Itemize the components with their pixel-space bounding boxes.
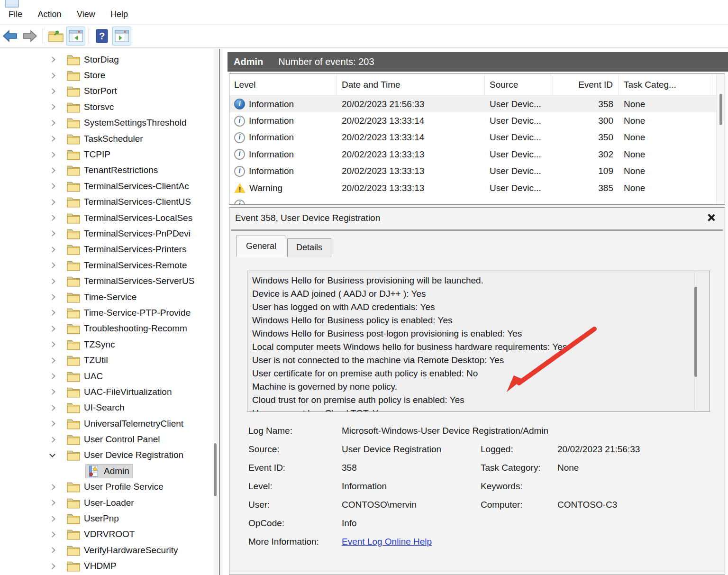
tree-item[interactable]: TerminalServices-ClientAc bbox=[0, 178, 219, 194]
column-header-event-id[interactable]: Event ID bbox=[551, 74, 619, 95]
chevron-right-icon[interactable] bbox=[49, 278, 55, 284]
chevron-right-icon[interactable] bbox=[49, 199, 55, 205]
chevron-right-icon[interactable] bbox=[49, 136, 55, 142]
events-scrollbar-thumb[interactable] bbox=[719, 94, 722, 125]
field-label-2: Keywords: bbox=[481, 481, 523, 492]
event-row[interactable]: i Information 20/02/2023 13:33:13 User D… bbox=[229, 163, 725, 180]
tree-item[interactable]: User-Loader bbox=[0, 495, 219, 511]
tree-item[interactable]: UAC bbox=[0, 368, 219, 384]
column-header-datetime[interactable]: Date and Time bbox=[337, 74, 485, 95]
event-row[interactable]: i bbox=[229, 196, 725, 205]
tree-item[interactable]: TerminalServices-LocalSes bbox=[0, 210, 219, 226]
chevron-down-icon[interactable] bbox=[49, 451, 55, 457]
tree-item[interactable]: TerminalServices-Remote bbox=[0, 257, 219, 273]
chevron-right-icon[interactable] bbox=[49, 420, 55, 427]
back-button[interactable] bbox=[0, 27, 19, 46]
chevron-right-icon[interactable] bbox=[49, 373, 55, 379]
help-button[interactable]: ? bbox=[92, 27, 111, 46]
chevron-right-icon[interactable] bbox=[49, 262, 55, 268]
show-console-tree-button[interactable] bbox=[66, 27, 85, 46]
tree-item[interactable]: Time-Service bbox=[0, 289, 219, 305]
tree-item[interactable]: VDRVROOT bbox=[0, 527, 219, 542]
tree-item[interactable]: TenantRestrictions bbox=[0, 163, 219, 178]
chevron-right-icon[interactable] bbox=[49, 500, 55, 506]
tree-item[interactable]: VHDMP bbox=[0, 558, 219, 574]
chevron-right-icon[interactable] bbox=[49, 246, 55, 253]
chevron-right-icon[interactable] bbox=[49, 341, 55, 347]
tree-item[interactable]: Store bbox=[0, 67, 219, 83]
chevron-right-icon[interactable] bbox=[49, 484, 55, 490]
menu-action[interactable]: Action bbox=[31, 7, 68, 22]
forward-button[interactable] bbox=[20, 27, 39, 46]
export-list-icon bbox=[48, 29, 64, 43]
tree-item[interactable]: TerminalServices-PnPDevi bbox=[0, 226, 219, 241]
show-action-pane-button[interactable] bbox=[112, 27, 131, 46]
tree-item[interactable]: UAC-FileVirtualization bbox=[0, 384, 219, 400]
chevron-right-icon[interactable] bbox=[49, 563, 55, 569]
tree-item[interactable]: UserPnp bbox=[0, 511, 219, 526]
panel-divider[interactable] bbox=[219, 49, 222, 575]
close-icon[interactable] bbox=[706, 212, 716, 223]
tree-item[interactable]: TCPIP bbox=[0, 146, 219, 162]
tree-item[interactable]: TerminalServices-ServerUS bbox=[0, 273, 219, 289]
chevron-right-icon[interactable] bbox=[49, 167, 55, 173]
chevron-right-icon[interactable] bbox=[49, 73, 55, 79]
column-header-source[interactable]: Source bbox=[485, 74, 551, 95]
chevron-right-icon[interactable] bbox=[49, 405, 55, 411]
message-scrollbar-thumb[interactable] bbox=[694, 287, 697, 377]
chevron-right-icon[interactable] bbox=[49, 104, 55, 110]
chevron-right-icon[interactable] bbox=[49, 294, 55, 300]
tree-item[interactable]: UniversalTelemetryClient bbox=[0, 416, 219, 431]
chevron-right-icon[interactable] bbox=[49, 56, 55, 63]
tree-item[interactable]: User Profile Service bbox=[0, 479, 219, 495]
event-row[interactable]: ! Warning 20/02/2023 13:33:13 User Devic… bbox=[229, 180, 725, 196]
menu-file[interactable]: File bbox=[2, 7, 29, 22]
tree-item[interactable]: TZUtil bbox=[0, 352, 219, 368]
event-row[interactable]: i Information 20/02/2023 13:33:13 User D… bbox=[229, 146, 725, 163]
chevron-right-icon[interactable] bbox=[49, 310, 55, 316]
tree-item[interactable]: TerminalServices-ClientUS bbox=[0, 194, 219, 210]
message-line: User has logged on with AAD credentials:… bbox=[252, 301, 685, 314]
chevron-right-icon[interactable] bbox=[49, 357, 55, 364]
tree-item[interactable]: User Device Registration bbox=[0, 447, 219, 463]
tree-item[interactable]: TaskScheduler bbox=[0, 131, 219, 146]
chevron-right-icon[interactable] bbox=[49, 547, 55, 553]
tree-item[interactable]: UI-Search bbox=[0, 400, 219, 416]
tree-item[interactable]: Troubleshooting-Recomm bbox=[0, 321, 219, 337]
tree-scrollbar-thumb[interactable] bbox=[214, 443, 217, 496]
event-row[interactable]: i Information 20/02/2023 13:33:14 User D… bbox=[229, 112, 725, 129]
event-row[interactable]: i Information 20/02/2023 21:56:33 User D… bbox=[229, 96, 725, 112]
tree-item[interactable]: Time-Service-PTP-Provide bbox=[0, 305, 219, 320]
tree-item[interactable]: SystemSettingsThreshold bbox=[0, 115, 219, 131]
menu-help[interactable]: Help bbox=[104, 7, 135, 22]
chevron-right-icon[interactable] bbox=[49, 152, 55, 158]
tree-item[interactable]: User Control Panel bbox=[0, 431, 219, 447]
event-row[interactable]: i Information 20/02/2023 13:33:14 User D… bbox=[229, 129, 725, 146]
chevron-right-icon[interactable] bbox=[49, 183, 55, 189]
events-scrollbar[interactable] bbox=[716, 74, 725, 204]
menu-view[interactable]: View bbox=[70, 7, 102, 22]
chevron-right-icon[interactable] bbox=[49, 389, 55, 395]
chevron-right-icon[interactable] bbox=[49, 531, 55, 538]
tree-item[interactable]: Admin bbox=[0, 463, 219, 479]
tab-general[interactable]: General bbox=[236, 236, 286, 257]
tree-scrollbar[interactable] bbox=[214, 49, 218, 575]
chevron-right-icon[interactable] bbox=[49, 120, 55, 126]
tree-item[interactable]: TZSync bbox=[0, 337, 219, 352]
tree-item[interactable]: Storsvc bbox=[0, 99, 219, 115]
chevron-right-icon[interactable] bbox=[49, 231, 55, 237]
column-header-task-category[interactable]: Task Categ... bbox=[619, 74, 712, 95]
tree-item[interactable]: StorPort bbox=[0, 83, 219, 99]
column-header-level[interactable]: Level bbox=[229, 74, 337, 95]
export-list-button[interactable] bbox=[46, 27, 65, 46]
chevron-right-icon[interactable] bbox=[49, 516, 55, 522]
event-log-online-help-link[interactable]: Event Log Online Help bbox=[342, 537, 432, 547]
tree-item[interactable]: TerminalServices-Printers bbox=[0, 242, 219, 257]
tree-item[interactable]: StorDiag bbox=[0, 52, 219, 67]
chevron-right-icon[interactable] bbox=[49, 215, 55, 221]
tree-item[interactable]: VerifyHardwareSecurity bbox=[0, 542, 219, 558]
chevron-right-icon[interactable] bbox=[49, 88, 55, 94]
chevron-right-icon[interactable] bbox=[49, 326, 55, 332]
chevron-right-icon[interactable] bbox=[49, 437, 55, 443]
tab-details[interactable]: Details bbox=[287, 238, 331, 257]
